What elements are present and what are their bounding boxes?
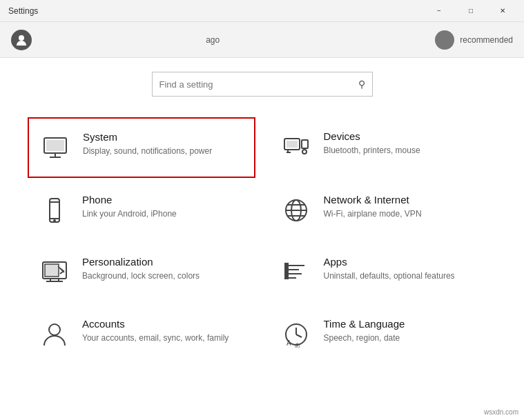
settings-item-accounts[interactable]: Accounts Your accounts, email, sync, wor… [28,305,255,364]
settings-item-system[interactable]: System Display, sound, notifications, po… [28,117,255,178]
settings-item-phone[interactable]: Phone Link your Android, iPhone [28,181,255,240]
devices-text: Devices Bluetooth, printers, mouse [324,130,420,157]
personalization-icon [38,256,71,289]
svg-rect-21 [45,264,59,277]
time-title: Time & Language [324,318,405,330]
personalization-text: Personalization Background, lock screen,… [82,256,200,282]
search-icon: ⚲ [358,79,365,90]
system-icon [39,131,72,164]
topbar-right: recommended [435,30,513,50]
topbar-center: ago [40,35,427,45]
devices-desc: Bluetooth, printers, mouse [324,145,420,157]
apps-text: Apps Uninstall, defaults, optional featu… [324,256,455,282]
svg-rect-6 [287,141,298,148]
apps-desc: Uninstall, defaults, optional features [324,270,455,282]
recommended-avatar [435,30,454,50]
network-icon [280,194,313,227]
time-desc: Speech, region, date [324,332,405,344]
watermark: wsxdn.com [484,408,518,416]
svg-point-10 [302,150,307,154]
devices-title: Devices [324,130,420,142]
topbar: ago recommended [0,22,524,58]
accounts-icon [38,318,71,351]
svg-text:あ: あ [295,342,300,348]
search-box: ⚲ [152,72,373,97]
phone-icon [38,194,71,227]
main-content: ⚲ System Display, sound, notifications, … [0,58,524,420]
close-button[interactable]: ✕ [487,0,518,22]
settings-item-personalization[interactable]: Personalization Background, lock screen,… [28,243,255,302]
system-title: System [83,131,212,143]
accounts-text: Accounts Your accounts, email, sync, wor… [82,318,229,344]
settings-grid: System Display, sound, notifications, po… [28,117,496,364]
svg-rect-7 [302,140,308,148]
settings-item-devices[interactable]: Devices Bluetooth, printers, mouse [269,117,497,178]
time-text: Time & Language Speech, region, date [324,318,405,344]
network-text: Network & Internet Wi-Fi, airplane mode,… [324,194,422,220]
search-input[interactable] [159,79,358,90]
search-container: ⚲ [28,72,496,97]
network-desc: Wi-Fi, airplane mode, VPN [324,208,422,220]
app-title: Settings [8,6,38,16]
settings-item-time[interactable]: A あ Time & Language Speech, region, date [269,305,497,364]
system-desc: Display, sound, notifications, power [83,146,212,157]
ago-text: ago [206,35,220,45]
titlebar-left: Settings [8,6,38,16]
svg-rect-4 [46,140,64,151]
svg-point-33 [49,324,60,335]
apps-title: Apps [324,256,455,268]
accounts-desc: Your accounts, email, sync, work, family [82,332,229,344]
svg-rect-32 [285,276,288,279]
recommended-text: recommended [460,35,513,45]
system-text: System Display, sound, notifications, po… [83,131,212,157]
phone-title: Phone [82,194,177,206]
user-avatar[interactable] [11,30,32,50]
phone-desc: Link your Android, iPhone [82,208,177,220]
svg-text:A: A [287,339,291,347]
phone-text: Phone Link your Android, iPhone [82,194,177,220]
svg-point-0 [19,35,24,41]
network-title: Network & Internet [324,194,422,206]
personalization-title: Personalization [82,256,200,268]
time-icon: A あ [280,318,313,351]
accounts-title: Accounts [82,318,229,330]
apps-icon [280,256,313,289]
settings-item-apps[interactable]: Apps Uninstall, defaults, optional featu… [269,243,497,302]
settings-item-network[interactable]: Network & Internet Wi-Fi, airplane mode,… [269,181,497,240]
svg-rect-31 [285,272,288,274]
personalization-desc: Background, lock screen, colors [82,270,200,282]
titlebar-controls: − □ ✕ [423,0,518,22]
svg-rect-29 [285,263,288,266]
svg-rect-30 [285,268,288,270]
titlebar: Settings − □ ✕ [0,0,524,22]
svg-point-14 [54,220,55,221]
svg-line-36 [296,334,302,337]
minimize-button[interactable]: − [423,0,455,22]
maximize-button[interactable]: □ [455,0,487,22]
devices-icon [280,130,313,163]
